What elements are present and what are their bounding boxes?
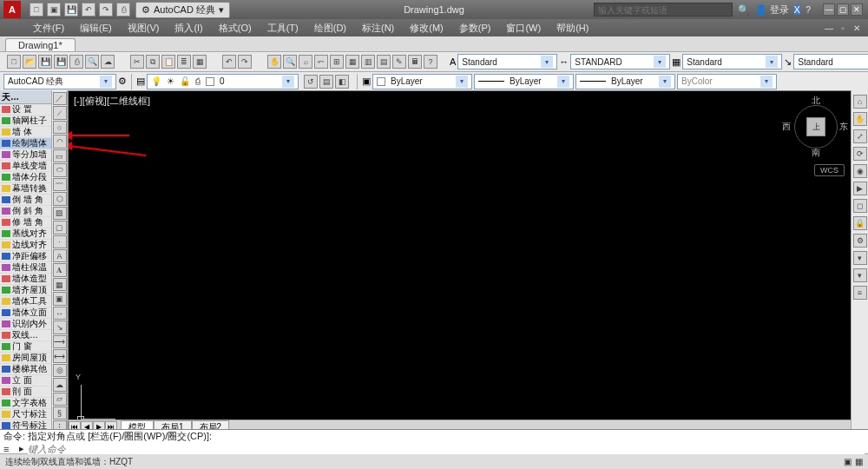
circle-icon[interactable]: ○ xyxy=(53,121,67,134)
chevron2-icon[interactable]: ▾ xyxy=(853,268,867,282)
tb-markup-icon[interactable]: ✎ xyxy=(392,55,406,69)
tb-undo-icon[interactable]: ↶ xyxy=(222,55,236,69)
tb-plot-icon[interactable]: ⎙ xyxy=(69,55,83,69)
layer-state-icon[interactable]: ▤ xyxy=(319,75,333,89)
tb-tp-icon[interactable]: ▥ xyxy=(361,55,375,69)
chevron-icon[interactable]: ▾ xyxy=(853,251,867,265)
menu-draw[interactable]: 绘图(D) xyxy=(307,20,353,36)
menu-dim[interactable]: 标注(N) xyxy=(355,20,401,36)
left-panel-item[interactable]: 墙 体 xyxy=(0,127,51,138)
wcs-badge[interactable]: WCS xyxy=(814,164,845,176)
left-panel-item[interactable]: 墙体立面 xyxy=(0,307,51,319)
tb-copy-icon[interactable]: ⧉ xyxy=(146,55,160,69)
login-button[interactable]: 👤 登录 xyxy=(755,3,789,17)
color-dropdown[interactable]: ByLayer ▾ xyxy=(372,74,472,89)
left-panel-item[interactable]: 墙体造型 xyxy=(0,274,51,285)
menu-tools[interactable]: 工具(T) xyxy=(260,20,306,36)
tb-match-icon[interactable]: ≣ xyxy=(177,55,191,69)
left-panel-item[interactable]: 倒 墙 角 xyxy=(0,195,51,206)
left-panel-item[interactable]: 墙体分段 xyxy=(0,172,51,183)
left-panel-item[interactable]: 绘制墙体 xyxy=(0,138,51,149)
dimstyle-icon[interactable]: ↔ xyxy=(559,56,569,67)
tb-zoom-icon[interactable]: 🔍 xyxy=(283,55,297,69)
left-panel-item[interactable]: 净距偏移 xyxy=(0,251,51,262)
search-input[interactable] xyxy=(594,3,733,17)
mtext-icon[interactable]: 𝐀 xyxy=(53,263,67,276)
tb-redo-icon[interactable]: ↷ xyxy=(238,55,252,69)
left-panel-item[interactable]: 墙齐屋顶 xyxy=(0,285,51,296)
tb-zoomwin-icon[interactable]: ⌕ xyxy=(299,55,312,69)
help-icon[interactable]: ? xyxy=(806,4,811,15)
left-panel-item[interactable]: 门 窗 xyxy=(0,341,51,353)
arc-icon[interactable]: ◠ xyxy=(53,135,67,148)
menu-window[interactable]: 窗口(W) xyxy=(499,20,548,36)
pline-icon[interactable]: ⟋ xyxy=(53,106,67,119)
mleader-style-dropdown[interactable]: Standard ▾ xyxy=(793,54,868,69)
save-icon[interactable]: 💾 xyxy=(64,3,78,17)
close-icon[interactable]: ✕ xyxy=(851,3,863,16)
menu-insert[interactable]: 插入(I) xyxy=(168,20,209,36)
plotstyle-dropdown[interactable]: ByColor ▾ xyxy=(677,74,777,89)
spline-icon[interactable]: 〰 xyxy=(53,178,67,191)
tb-paste-icon[interactable]: 📋 xyxy=(161,55,175,69)
table-style-dropdown[interactable]: Standard ▾ xyxy=(682,54,782,69)
left-panel-item[interactable]: 文字表格 xyxy=(0,398,51,409)
layer-dropdown[interactable]: 💡 ☀ 🔓 ⎙ 0 ▾ xyxy=(147,74,299,89)
zoom-extents-icon[interactable]: ⤢ xyxy=(853,129,867,143)
workspace-small-dropdown[interactable]: AutoCAD 经典 ▾ xyxy=(3,74,116,89)
left-panel-item[interactable]: 单线变墙 xyxy=(0,161,51,172)
left-panel-item[interactable]: 识别内外 xyxy=(0,319,51,330)
undo-icon[interactable]: ↶ xyxy=(82,3,95,17)
dim-icon[interactable]: ↔ xyxy=(53,307,67,320)
left-panel-item[interactable]: 楼梯其他 xyxy=(0,364,51,375)
tb-zoomprev-icon[interactable]: ⤺ xyxy=(314,55,328,69)
line-icon[interactable]: ／ xyxy=(53,92,67,105)
file-tab[interactable]: Drawing1* xyxy=(5,38,76,51)
mdi-close-icon[interactable]: ✕ xyxy=(851,22,863,34)
viewcube-north[interactable]: 北 xyxy=(812,95,820,107)
showmotion-icon[interactable]: ▶ xyxy=(853,182,867,195)
viewcube[interactable]: 上 北 南 东 西 xyxy=(786,96,846,157)
viewcube-south[interactable]: 南 xyxy=(812,147,820,159)
workspace-selector[interactable]: ⚙ AutoCAD 经典 ▾ xyxy=(135,2,230,18)
table-icon[interactable]: ▦ xyxy=(53,278,67,291)
command-config-icon[interactable]: ≡ xyxy=(3,444,16,454)
left-panel-item[interactable]: 剖 面 xyxy=(0,386,51,398)
tb-calc-icon[interactable]: 🖩 xyxy=(408,55,422,69)
mleaderstyle-icon[interactable]: ↘ xyxy=(784,56,792,68)
new-icon[interactable]: □ xyxy=(30,3,43,17)
left-panel-item[interactable]: 墙体工具 xyxy=(0,296,51,307)
point-icon[interactable]: · xyxy=(53,235,67,248)
ws-settings-icon[interactable]: ⚙ xyxy=(118,76,127,87)
left-panel-item[interactable]: 双线… xyxy=(0,330,51,341)
wheel-icon[interactable]: ◉ xyxy=(853,164,867,178)
left-panel-item[interactable]: 基线对齐 xyxy=(0,228,51,240)
left-panel-item[interactable]: 房间屋顶 xyxy=(0,353,51,364)
ellipse-icon[interactable]: ⬭ xyxy=(53,163,67,176)
color-icon[interactable]: ▣ xyxy=(362,76,371,87)
app-icon[interactable]: A xyxy=(3,1,21,18)
open-icon[interactable]: ▣ xyxy=(47,3,61,17)
lock-icon[interactable]: 🔒 xyxy=(853,216,867,230)
fold-icon[interactable]: ≡ xyxy=(853,286,867,300)
polygon-icon[interactable]: ⬡ xyxy=(53,192,67,205)
left-panel-item[interactable]: 轴网柱子 xyxy=(0,116,51,127)
left-panel-item[interactable]: 幕墙转换 xyxy=(0,183,51,195)
viewcube-east[interactable]: 东 xyxy=(839,121,848,133)
tablestyle-icon[interactable]: ▦ xyxy=(672,56,681,68)
settings-icon[interactable]: ⚙ xyxy=(853,234,867,248)
tb-publish-icon[interactable]: ☁ xyxy=(101,55,115,69)
tb-pan-icon[interactable]: ✋ xyxy=(267,55,281,69)
viewport-label[interactable]: [-][俯视][二维线框] xyxy=(74,95,150,108)
left-panel-item[interactable]: 修 墙 角 xyxy=(0,217,51,228)
left-panel-item[interactable]: 等分加墙 xyxy=(0,149,51,161)
tb-dc-icon[interactable]: ▦ xyxy=(345,55,359,69)
viewcube-top[interactable]: 上 xyxy=(806,117,825,136)
command-input[interactable] xyxy=(28,444,865,454)
orbit-icon[interactable]: ⟳ xyxy=(853,147,867,161)
tb-new-icon[interactable]: □ xyxy=(7,55,21,69)
layer-iso-icon[interactable]: ◧ xyxy=(335,75,349,89)
left-panel-item[interactable]: 墙柱保温 xyxy=(0,262,51,274)
menu-help[interactable]: 帮助(H) xyxy=(549,20,595,36)
linetype-dropdown[interactable]: ByLayer ▾ xyxy=(474,74,574,89)
